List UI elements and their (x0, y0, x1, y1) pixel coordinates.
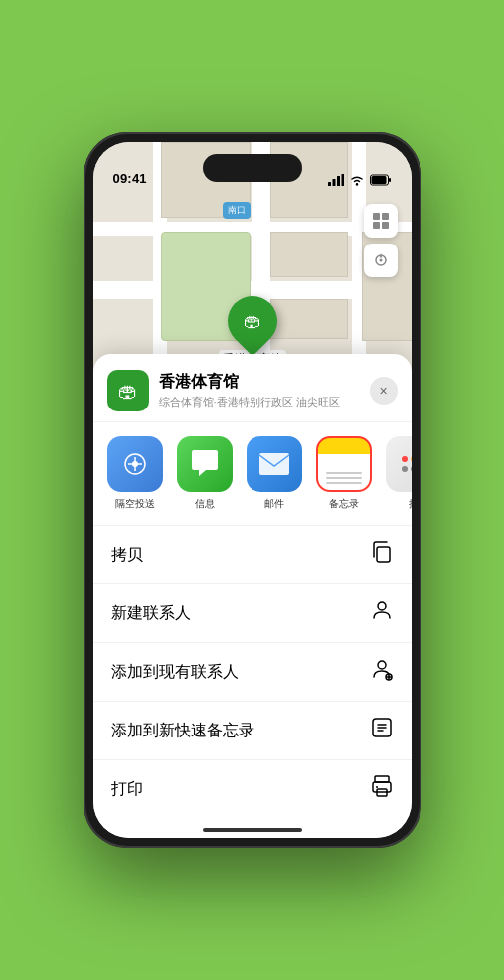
add-existing-label: 添加到现有联系人 (111, 662, 239, 683)
sheet-header: 🏟 香港体育馆 综合体育馆·香港特别行政区 油尖旺区 × (93, 354, 412, 422)
venue-info: 香港体育馆 综合体育馆·香港特别行政区 油尖旺区 (159, 372, 370, 409)
notes-lines (326, 472, 362, 484)
svg-point-19 (378, 661, 386, 669)
contact-svg (370, 598, 394, 622)
svg-rect-22 (375, 776, 389, 782)
notes-icon (316, 436, 372, 492)
svg-rect-2 (337, 176, 340, 186)
action-new-contact[interactable]: 新建联系人 (93, 584, 412, 643)
messages-svg (190, 450, 220, 478)
mail-icon (247, 436, 302, 492)
copy-svg (370, 540, 394, 564)
svg-point-4 (355, 183, 357, 185)
new-contact-icon (370, 598, 394, 628)
pin-shape: 🏟 (217, 286, 287, 357)
svg-rect-9 (382, 213, 389, 220)
svg-rect-10 (373, 222, 380, 229)
compass-icon (372, 251, 390, 269)
print-svg (370, 774, 394, 798)
dot-row-top (402, 456, 412, 462)
wifi-icon (349, 174, 365, 186)
status-time: 09:41 (113, 171, 147, 186)
svg-rect-23 (373, 782, 391, 792)
airdrop-icon (107, 436, 163, 492)
svg-point-25 (376, 786, 378, 788)
airdrop-svg (120, 449, 150, 479)
app-item-airdrop[interactable]: 隔空投送 (105, 436, 165, 511)
map-north-gate-label: 南口 (223, 202, 251, 219)
dot-red (402, 456, 408, 462)
copy-label: 拷贝 (111, 545, 143, 566)
dot-row-bot (402, 466, 412, 472)
battery-icon (370, 174, 392, 186)
app-item-messages[interactable]: 信息 (175, 436, 235, 511)
app-item-notes[interactable]: 备忘录 (314, 436, 374, 511)
svg-point-15 (132, 461, 138, 467)
dot-g1 (402, 466, 408, 472)
map-type-button[interactable] (364, 204, 398, 238)
svg-rect-0 (328, 182, 331, 186)
home-indicator (203, 828, 302, 832)
bottom-sheet: 🏟 香港体育馆 综合体育馆·香港特别行政区 油尖旺区 × (93, 354, 412, 838)
add-existing-icon (370, 657, 394, 687)
app-item-more[interactable]: 推 (384, 436, 412, 511)
action-print[interactable]: 打印 (93, 760, 412, 818)
action-add-existing[interactable]: 添加到现有联系人 (93, 643, 412, 702)
messages-label: 信息 (195, 497, 215, 511)
note-svg (370, 716, 394, 739)
status-icons (328, 174, 392, 186)
messages-icon (177, 436, 233, 492)
phone-screen: 09:41 (93, 142, 412, 838)
more-label: 推 (409, 497, 412, 511)
add-note-icon (370, 716, 394, 745)
print-label: 打印 (111, 779, 143, 800)
airdrop-label: 隔空投送 (115, 497, 155, 511)
svg-rect-16 (259, 453, 289, 475)
add-contact-svg (370, 657, 394, 681)
location-button[interactable] (364, 244, 398, 277)
close-button[interactable]: × (370, 377, 398, 405)
svg-rect-6 (389, 178, 391, 182)
svg-point-18 (378, 602, 386, 610)
notes-line-3 (326, 482, 362, 484)
svg-rect-1 (332, 179, 335, 186)
print-icon (370, 774, 394, 804)
dot-orange (411, 456, 412, 462)
share-apps-row: 隔空投送 信息 (93, 422, 412, 526)
signal-icon (328, 174, 344, 186)
svg-rect-7 (371, 176, 386, 184)
svg-rect-8 (373, 213, 380, 220)
app-item-mail[interactable]: 邮件 (245, 436, 304, 511)
venue-subtitle: 综合体育馆·香港特别行政区 油尖旺区 (159, 395, 370, 409)
venue-name: 香港体育馆 (159, 372, 370, 393)
copy-icon (370, 540, 394, 570)
more-icon (386, 436, 412, 492)
add-note-label: 添加到新快速备忘录 (111, 721, 254, 741)
notes-line-2 (326, 477, 362, 479)
action-add-note[interactable]: 添加到新快速备忘录 (93, 702, 412, 760)
svg-point-13 (379, 259, 382, 262)
mail-svg (258, 452, 290, 476)
phone-frame: 09:41 (84, 132, 421, 848)
new-contact-label: 新建联系人 (111, 603, 191, 624)
svg-rect-3 (341, 174, 344, 186)
mail-label: 邮件 (264, 497, 284, 511)
svg-rect-11 (382, 222, 389, 229)
venue-icon: 🏟 (107, 370, 149, 411)
action-copy[interactable]: 拷贝 (93, 526, 412, 584)
dynamic-island (203, 154, 302, 182)
svg-rect-17 (377, 547, 390, 562)
notes-line-1 (326, 472, 362, 474)
notes-label: 备忘录 (329, 497, 359, 511)
dot-g2 (411, 466, 412, 472)
map-layers-icon (372, 212, 390, 230)
pin-inner: 🏟 (235, 303, 270, 339)
